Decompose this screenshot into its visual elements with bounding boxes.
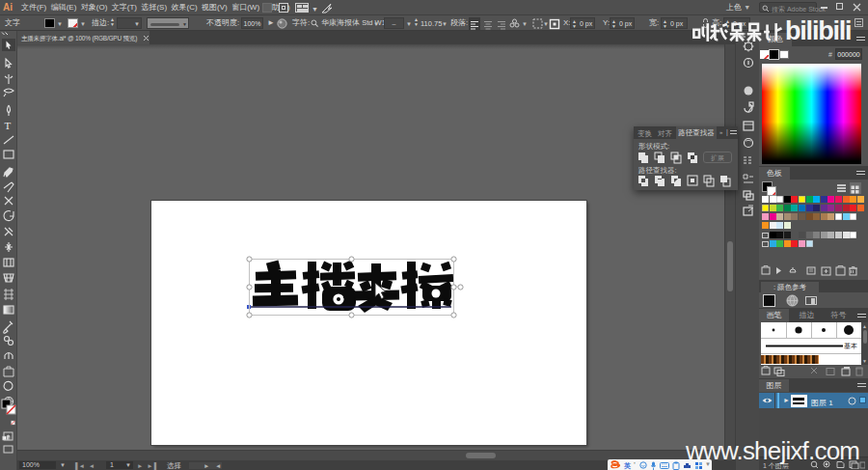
svg-text:T: T bbox=[5, 120, 12, 131]
